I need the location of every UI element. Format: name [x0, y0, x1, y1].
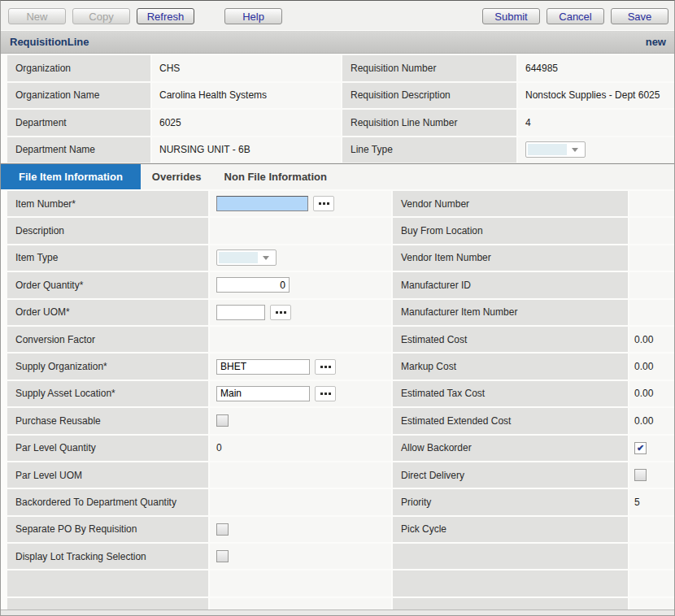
empty-value-cell: [210, 570, 391, 596]
value-estimated-tax-cost: 0.00: [629, 381, 674, 406]
toolbar-right-group: Submit Cancel Save: [482, 8, 668, 24]
supply-asset-location-input[interactable]: [216, 386, 310, 401]
order-uom-input[interactable]: [216, 305, 265, 320]
label-vendor-number: Vendor Number: [393, 191, 628, 216]
label-estimated-extended-cost: Estimated Extended Cost: [393, 408, 628, 433]
page-title: RequisitionLine: [10, 36, 89, 48]
value-manufacturer-item-number: [629, 300, 674, 325]
form-title-bar: RequisitionLine new: [1, 30, 674, 54]
tab-bar: File Item Information Overrides Non File…: [1, 163, 674, 189]
label-par-level-uom: Par Level UOM: [7, 462, 208, 488]
label-allow-backorder: Allow Backorder: [393, 436, 628, 461]
value-item-type: [210, 245, 391, 271]
label-requisition-line-number: Requisition Line Number: [342, 110, 516, 136]
value-requisition-number: 644985: [518, 55, 674, 81]
label-estimated-cost: Estimated Cost: [393, 327, 628, 352]
cancel-button[interactable]: Cancel: [547, 8, 604, 24]
order-quantity-input[interactable]: [216, 277, 290, 293]
label-manufacturer-id: Manufacturer ID: [393, 272, 628, 297]
purchase-reusable-checkbox[interactable]: [216, 414, 229, 427]
label-requisition-description: Requisition Description: [342, 83, 516, 109]
separate-po-by-requisition-checkbox[interactable]: [216, 523, 229, 536]
item-type-dropdown[interactable]: [216, 249, 277, 266]
item-type-dropdown-value: [219, 252, 258, 263]
submit-button[interactable]: Submit: [482, 8, 540, 24]
value-par-level-uom: [210, 462, 391, 488]
empty-label-cell: [393, 570, 628, 596]
label-item-type: Item Type: [7, 245, 208, 271]
order-uom-lookup-icon[interactable]: [270, 305, 291, 320]
label-separate-po-by-requisition: Separate PO By Requisition: [7, 517, 208, 542]
line-type-dropdown-value: [528, 144, 567, 155]
value-purchase-reusable: [210, 408, 391, 433]
label-order-uom: Order UOM*: [7, 300, 208, 325]
value-display-lot-tracking-selection: [210, 544, 391, 569]
label-conversion-factor: Conversion Factor: [7, 327, 208, 352]
label-department: Department: [7, 110, 150, 136]
record-mode-badge: new: [646, 36, 666, 48]
value-conversion-factor: [210, 327, 391, 352]
help-button[interactable]: Help: [224, 8, 282, 24]
chevron-down-icon: [572, 148, 578, 152]
left-field-column: Item Number* Description Item Type Order…: [7, 191, 391, 609]
save-button[interactable]: Save: [611, 8, 668, 24]
empty-label-cell: [7, 570, 208, 596]
value-vendor-item-number: [629, 245, 674, 271]
value-line-type: [518, 137, 674, 163]
value-requisition-description: Nonstock Supplies - Dept 6025: [518, 83, 674, 109]
value-department: 6025: [152, 110, 341, 136]
label-manufacturer-item-number: Manufacturer Item Number: [393, 300, 628, 325]
label-priority: Priority: [393, 489, 628, 514]
item-number-lookup-icon[interactable]: [313, 196, 334, 211]
value-backordered-to-department-quantity: [210, 489, 391, 514]
empty-value-cell: [629, 544, 674, 569]
label-pick-cycle: Pick Cycle: [393, 517, 628, 542]
label-markup-cost: Markup Cost: [393, 354, 628, 379]
label-direct-delivery: Direct Delivery: [393, 462, 628, 488]
value-par-level-quantity: 0: [210, 436, 391, 461]
item-number-input[interactable]: [216, 196, 308, 211]
requisition-line-window: New Copy Refresh Help Submit Cancel Save…: [0, 0, 675, 616]
value-supply-organization: [210, 354, 391, 379]
value-buy-from-location: [629, 218, 674, 243]
supply-asset-location-lookup-icon[interactable]: [315, 386, 336, 401]
label-organization: Organization: [7, 55, 150, 81]
refresh-button[interactable]: Refresh: [137, 8, 194, 24]
tab-non-file-information[interactable]: Non File Information: [213, 164, 338, 189]
allow-backorder-checkbox[interactable]: ✔: [634, 442, 647, 454]
direct-delivery-checkbox[interactable]: [634, 469, 647, 481]
line-type-dropdown[interactable]: [525, 141, 586, 158]
toolbar-left-group: New Copy Refresh Help: [8, 8, 282, 24]
value-markup-cost: 0.00: [629, 354, 674, 379]
value-order-uom: [210, 300, 391, 325]
label-supply-organization: Supply Organization*: [7, 354, 208, 379]
empty-value-cell: [210, 598, 391, 609]
value-item-number: [210, 191, 391, 216]
display-lot-tracking-selection-checkbox[interactable]: [216, 550, 229, 562]
value-supply-asset-location: [210, 381, 391, 406]
empty-value-cell: [629, 570, 674, 596]
supply-organization-lookup-icon[interactable]: [315, 359, 336, 375]
value-manufacturer-id: [629, 272, 674, 297]
value-department-name: NURSING UNIT - 6B: [152, 137, 341, 163]
value-pick-cycle: [629, 517, 674, 542]
chevron-down-icon: [263, 256, 269, 260]
label-organization-name: Organization Name: [7, 83, 150, 109]
value-organization: CHS: [152, 55, 341, 81]
label-department-name: Department Name: [7, 137, 150, 163]
label-backordered-to-department-quantity: Backordered To Department Quantity: [7, 489, 208, 514]
bottom-status-strip: [1, 609, 674, 615]
copy-button[interactable]: Copy: [72, 8, 130, 24]
label-buy-from-location: Buy From Location: [393, 218, 628, 243]
value-allow-backorder: ✔: [629, 436, 674, 461]
empty-value-cell: [629, 598, 674, 609]
new-button[interactable]: New: [8, 8, 66, 24]
tab-overrides[interactable]: Overrides: [141, 164, 213, 189]
empty-label-cell: [393, 598, 628, 609]
label-estimated-tax-cost: Estimated Tax Cost: [393, 381, 628, 406]
label-supply-asset-location: Supply Asset Location*: [7, 381, 208, 406]
tab-file-item-information[interactable]: File Item Information: [1, 164, 141, 189]
value-estimated-extended-cost: 0.00: [629, 408, 674, 433]
value-priority: 5: [629, 489, 674, 514]
supply-organization-input[interactable]: [216, 359, 310, 375]
